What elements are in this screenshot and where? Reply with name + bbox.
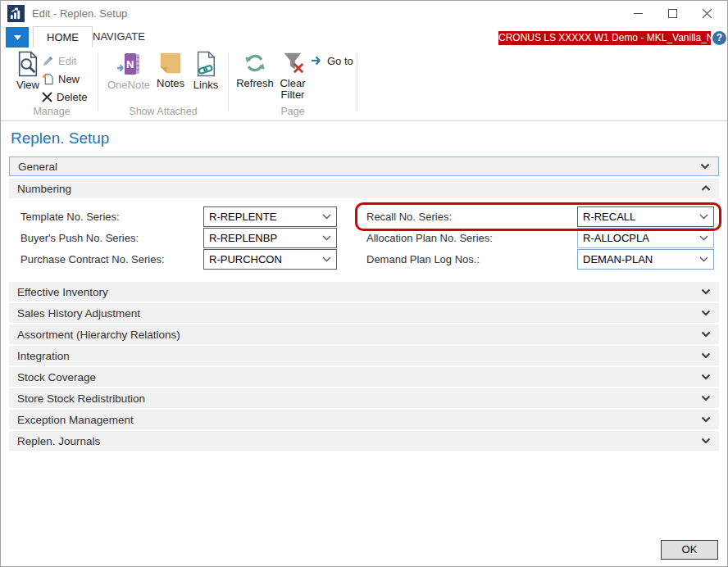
- chevron-down-icon: [322, 214, 331, 220]
- combo-template-no-series[interactable]: R-REPLENTE: [203, 206, 337, 227]
- app-window: Edit - Replen. Setup HOME NAVIGATE CRONU…: [0, 0, 728, 567]
- links-button[interactable]: Links: [189, 51, 222, 91]
- onenote-button[interactable]: N OneNote: [106, 51, 152, 91]
- show-attached-group-label: Show Attached: [124, 106, 202, 117]
- field-label-purchase-contract-no-series: Purchase Contract No. Series:: [20, 249, 165, 270]
- chevron-down-icon: [701, 288, 711, 295]
- field-label-allocation-plan-no-series: Allocation Plan No. Series:: [366, 228, 493, 248]
- goto-button[interactable]: Go to: [311, 52, 353, 69]
- chevron-down-icon: [699, 256, 708, 262]
- field-label-template-no-series: Template No. Series:: [20, 206, 120, 227]
- ribbon: View Edit New Delete Manage: [1, 48, 727, 121]
- onenote-label: OneNote: [107, 79, 150, 91]
- ok-button[interactable]: OK: [661, 540, 718, 560]
- new-label: New: [58, 73, 80, 85]
- links-label: Links: [193, 79, 218, 91]
- chevron-down-icon: [700, 163, 710, 170]
- clear-filter-icon: [280, 51, 305, 75]
- page-group-label: Page: [263, 106, 322, 117]
- combo-value: R-PURCHCON: [209, 253, 322, 265]
- clear-filter-label: Clear Filter: [276, 78, 309, 101]
- minimize-button[interactable]: [621, 1, 655, 25]
- help-button[interactable]: ?: [712, 31, 726, 45]
- fasttab-stock-coverage[interactable]: Stock Coverage: [9, 367, 719, 387]
- title-bar: Edit - Replen. Setup: [1, 1, 727, 25]
- window-controls: [621, 1, 724, 25]
- goto-arrow-icon: [311, 56, 323, 66]
- edit-button[interactable]: Edit: [42, 52, 76, 69]
- chevron-down-icon: [701, 416, 711, 423]
- fasttab-assortment-hierarchy-relations[interactable]: Assortment (Hierarchy Relations): [9, 324, 719, 344]
- clear-filter-button[interactable]: Clear Filter: [275, 51, 311, 101]
- fasttab-integration[interactable]: Integration: [9, 346, 719, 365]
- chevron-up-icon: [701, 185, 711, 192]
- fasttab-label: Exception Management: [17, 414, 701, 426]
- fasttab-effective-inventory[interactable]: Effective Inventory: [9, 282, 719, 302]
- fasttab-label: Stock Coverage: [17, 371, 701, 383]
- fasttab-numbering[interactable]: Numbering: [9, 179, 719, 198]
- chevron-down-icon: [701, 352, 711, 359]
- new-document-icon: [42, 73, 54, 85]
- fasttab-label: Assortment (Hierarchy Relations): [17, 329, 701, 341]
- combo-value: R-ALLOCPLA: [583, 232, 699, 244]
- notes-button[interactable]: Notes: [153, 51, 188, 89]
- combo-value: R-REPLENTE: [209, 211, 322, 223]
- combo-purchase-contract-no-series[interactable]: R-PURCHCON: [203, 249, 337, 270]
- combo-allocation-plan-no-series[interactable]: R-ALLOCPLA: [577, 228, 714, 248]
- fasttab-replen-journals[interactable]: Replen. Journals: [9, 431, 719, 451]
- fasttab-numbering-label: Numbering: [17, 183, 701, 195]
- fasttab-general[interactable]: General: [9, 156, 719, 176]
- tab-navigate[interactable]: NAVIGATE: [80, 26, 158, 48]
- fasttab-label: Sales History Adjustment: [17, 307, 701, 320]
- field-label-demand-plan-log-nos: Demand Plan Log Nos.:: [366, 249, 480, 270]
- chevron-down-icon: [701, 438, 711, 444]
- notes-label: Notes: [157, 78, 184, 89]
- chevron-down-icon: [701, 310, 711, 316]
- field-label-buyers-push-no-series: Buyer's Push No. Series:: [20, 228, 139, 248]
- fasttab-label: Replen. Journals: [17, 435, 701, 447]
- chevron-down-icon: [701, 374, 711, 380]
- fasttab-exception-management[interactable]: Exception Management: [9, 410, 719, 429]
- chevron-down-icon: [701, 395, 711, 401]
- fasttab-sales-history-adjustment[interactable]: Sales History Adjustment: [9, 303, 719, 323]
- combo-value: DEMAN-PLAN: [583, 253, 699, 265]
- page-title: Replen. Setup: [11, 129, 109, 147]
- combo-demand-plan-log-nos[interactable]: DEMAN-PLAN: [577, 249, 714, 270]
- delete-label: Delete: [57, 91, 88, 103]
- chevron-down-icon: [322, 235, 331, 241]
- refresh-label: Refresh: [236, 78, 274, 89]
- field-label-recall-no-series: Recall No. Series:: [366, 206, 452, 227]
- window-title: Edit - Replen. Setup: [32, 7, 127, 20]
- chevron-down-icon: [322, 256, 331, 262]
- combo-buyers-push-no-series[interactable]: R-REPLENBP: [203, 228, 337, 248]
- combo-recall-no-series[interactable]: R-RECALL: [577, 206, 714, 227]
- fasttab-store-stock-redistribution[interactable]: Store Stock Redistribution: [9, 388, 719, 408]
- combo-value: R-REPLENBP: [209, 232, 322, 244]
- fasttab-label: Store Stock Redistribution: [17, 392, 701, 405]
- group-divider: [228, 52, 229, 111]
- links-icon: [194, 51, 217, 77]
- view-label: View: [16, 79, 39, 91]
- onenote-icon: N: [116, 51, 142, 77]
- company-badge[interactable]: CRONUS LS XXXXX W1 Demo - MKL_Vanilla_N.…: [498, 31, 711, 45]
- app-logo-icon: [7, 5, 25, 22]
- goto-label: Go to: [327, 55, 353, 67]
- edit-pencil-icon: [42, 55, 54, 67]
- delete-button[interactable]: Delete: [42, 88, 88, 105]
- app-menu-button[interactable]: [6, 27, 29, 48]
- refresh-button[interactable]: Refresh: [235, 51, 275, 89]
- group-divider: [98, 52, 98, 111]
- fasttab-general-label: General: [18, 161, 700, 173]
- new-button[interactable]: New: [42, 70, 80, 87]
- chevron-down-icon: [701, 331, 711, 338]
- svg-text:N: N: [126, 58, 134, 70]
- view-button[interactable]: View: [12, 51, 43, 91]
- fasttab-label: Integration: [17, 350, 701, 362]
- chevron-down-icon: [699, 214, 708, 220]
- delete-x-icon: [42, 92, 52, 102]
- maximize-button[interactable]: [655, 1, 689, 25]
- refresh-icon: [243, 51, 267, 75]
- close-button[interactable]: [689, 1, 724, 25]
- chevron-down-icon: [699, 235, 708, 241]
- fasttab-label: Effective Inventory: [17, 286, 701, 298]
